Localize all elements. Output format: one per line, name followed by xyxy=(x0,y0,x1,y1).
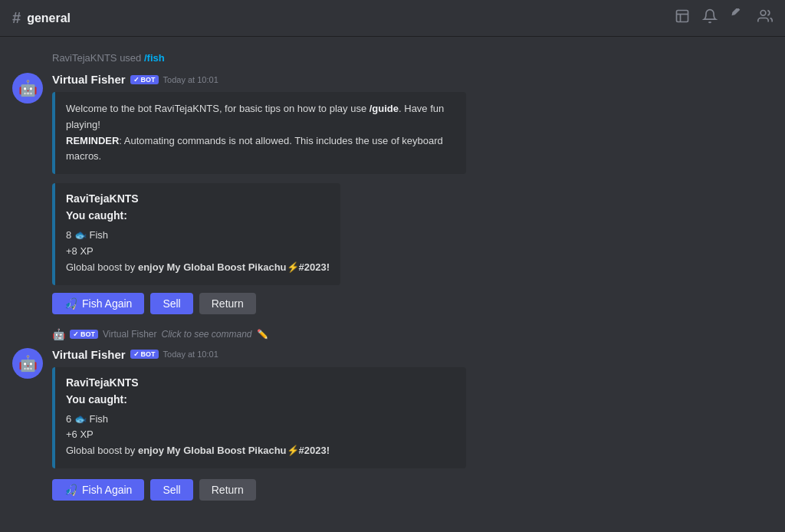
reminder-text: : Automating commands is not allowed. Th… xyxy=(66,135,443,163)
return-button-2[interactable]: Return xyxy=(199,479,256,501)
fish-again-label-2: Fish Again xyxy=(82,484,132,496)
bot-badge-2: ✓ BOT xyxy=(130,350,159,359)
bot-name-1: Virtual Fisher xyxy=(52,73,126,86)
sell-label-1: Sell xyxy=(163,297,180,310)
xp-1: +8 XP xyxy=(66,244,330,260)
avatar-1: 🤖 xyxy=(12,73,43,103)
threads-icon[interactable] xyxy=(675,8,690,28)
embed-body-1: 8 🐟 Fish +8 XP Global boost by enjoy My … xyxy=(66,228,330,275)
ref-line-2: 🤖 ✓ BOT Virtual Fisher Click to see comm… xyxy=(12,323,773,342)
svg-point-3 xyxy=(760,11,766,16)
welcome-embed: Welcome to the bot RaviTejaKNTS, for bas… xyxy=(52,92,466,174)
message-content-2: Virtual Fisher ✓ BOT Today at 10:01 Ravi… xyxy=(52,348,773,501)
click-to-see-cmd[interactable]: Click to see command xyxy=(161,329,251,340)
fish-catch-1: 8 🐟 Fish xyxy=(66,228,330,244)
svg-rect-0 xyxy=(677,11,688,22)
sell-button-1[interactable]: Sell xyxy=(150,293,192,314)
message-list: RaviTejaKNTS used /fish 🤖 Virtual Fisher… xyxy=(0,37,785,532)
ref-bot-label: BOT xyxy=(80,330,95,338)
sell-label-2: Sell xyxy=(163,484,180,496)
members-icon[interactable] xyxy=(757,8,773,28)
system-user: RaviTejaKNTS used xyxy=(52,52,144,64)
boost-1: Global boost by enjoy My Global Boost Pi… xyxy=(66,260,330,276)
slash-command: /fish xyxy=(144,52,165,64)
bot-name-2: Virtual Fisher xyxy=(52,348,126,361)
bot-label: BOT xyxy=(141,76,156,84)
button-row-2: 🎣 Fish Again Sell Return xyxy=(52,479,773,501)
fish-again-button-1[interactable]: 🎣 Fish Again xyxy=(52,293,144,314)
ref-bot-badge: ✓ BOT xyxy=(70,330,98,339)
bot-label-2: BOT xyxy=(141,350,156,358)
message-content-1: Virtual Fisher ✓ BOT Today at 10:01 Welc… xyxy=(52,73,773,174)
message-group-1: 🤖 Virtual Fisher ✓ BOT Today at 10:01 We… xyxy=(12,67,773,180)
bot-badge-1: ✓ BOT xyxy=(130,75,159,84)
guide-command: /guide xyxy=(370,103,399,114)
embed-title-2: You caught: xyxy=(66,393,455,406)
boost-name-2: enjoy My Global Boost Pikachu⚡#2023! xyxy=(138,445,330,456)
message-header-1: Virtual Fisher ✓ BOT Today at 10:01 xyxy=(52,73,773,86)
fish-again-icon-2: 🎣 xyxy=(64,484,77,496)
verified-check: ✓ xyxy=(133,76,140,84)
boost-2: Global boost by enjoy My Global Boost Pi… xyxy=(66,443,455,459)
sell-button-2[interactable]: Sell xyxy=(150,479,192,501)
timestamp-2: Today at 10:01 xyxy=(163,350,218,359)
embed-user-1: RaviTejaKNTS xyxy=(66,192,330,205)
ref-verified: ✓ xyxy=(73,330,79,338)
edit-icon: ✏️ xyxy=(257,329,268,340)
return-button-1[interactable]: Return xyxy=(199,293,256,314)
header-actions xyxy=(675,8,773,28)
return-label-2: Return xyxy=(212,484,244,496)
embed-user-2: RaviTejaKNTS xyxy=(66,376,455,389)
boost-name-1: enjoy My Global Boost Pikachu⚡#2023! xyxy=(138,261,330,273)
fish-catch-2: 6 🐟 Fish xyxy=(66,412,455,428)
button-row-1: 🎣 Fish Again Sell Return xyxy=(52,293,340,314)
bell-icon[interactable] xyxy=(702,8,718,28)
pin-icon[interactable] xyxy=(730,8,745,28)
reminder-label: REMINDER xyxy=(66,135,119,146)
avatar-2: 🤖 xyxy=(12,348,43,379)
message-group-2: 🤖 Virtual Fisher ✓ BOT Today at 10:01 Ra… xyxy=(12,342,773,507)
embed-group-1: RaviTejaKNTS You caught: 8 🐟 Fish +8 XP … xyxy=(12,180,773,314)
ref-avatar-icon: 🤖 xyxy=(52,328,65,340)
timestamp-1: Today at 10:01 xyxy=(163,75,218,84)
fish-again-label-1: Fish Again xyxy=(82,297,132,310)
message-header-2: Virtual Fisher ✓ BOT Today at 10:01 xyxy=(52,348,773,361)
fish-again-icon-1: 🎣 xyxy=(64,297,77,310)
hash-icon: # xyxy=(12,9,21,27)
ref-bot-name: Virtual Fisher xyxy=(103,329,156,340)
channel-name: general xyxy=(27,11,71,25)
verified-check-2: ✓ xyxy=(133,350,140,358)
channel-header: # general xyxy=(0,0,785,37)
fish-again-button-2[interactable]: 🎣 Fish Again xyxy=(52,479,144,501)
embed-content-1: RaviTejaKNTS You caught: 8 🐟 Fish +8 XP … xyxy=(52,180,340,314)
embed-card-2: RaviTejaKNTS You caught: 6 🐟 Fish +6 XP … xyxy=(52,367,466,468)
embed-title-1: You caught: xyxy=(66,209,330,222)
xp-2: +6 XP xyxy=(66,427,455,443)
embed-card-1: RaviTejaKNTS You caught: 8 🐟 Fish +8 XP … xyxy=(52,183,340,284)
system-line-1: RaviTejaKNTS used /fish xyxy=(12,49,773,67)
return-label-1: Return xyxy=(212,297,244,310)
welcome-text-1: Welcome to the bot RaviTejaKNTS, for bas… xyxy=(66,103,370,114)
embed-body-2: 6 🐟 Fish +6 XP Global boost by enjoy My … xyxy=(66,412,455,459)
